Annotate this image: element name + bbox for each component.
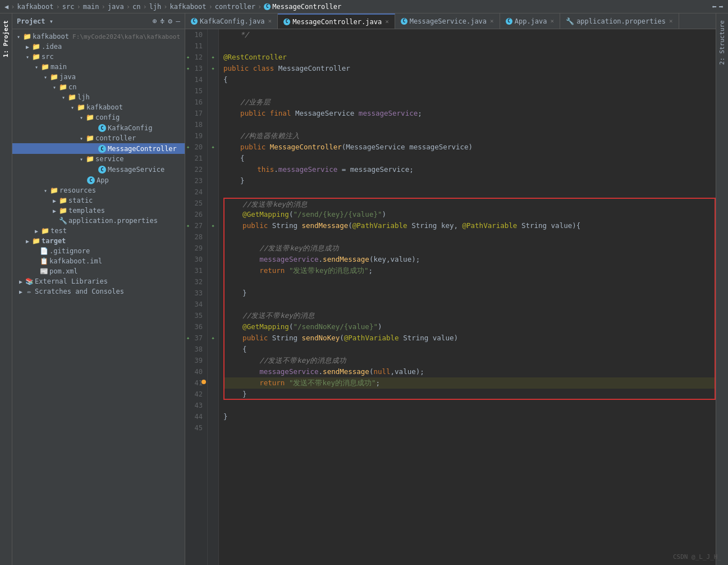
tab-kafkaconfig[interactable]: C KafkaConfig.java ×: [185, 13, 278, 29]
breadcrumb-cn[interactable]: cn: [132, 3, 140, 11]
tab-messageservice[interactable]: C MessageService.java ×: [395, 13, 500, 29]
tab-close-app[interactable]: ×: [551, 17, 555, 25]
folder-icon-test: 📁: [40, 227, 49, 235]
tree-kafkaconfig[interactable]: C KafkaConfig: [12, 122, 185, 133]
gutter-38: [208, 344, 218, 355]
gutter-35: [208, 310, 218, 321]
tree-config[interactable]: ▾ 📁 config: [12, 112, 185, 122]
tree-arrow-test: ▶: [33, 228, 40, 234]
minimize-icon[interactable]: —: [176, 17, 180, 25]
line-35: 35: [185, 310, 207, 321]
tree-external-libraries[interactable]: ▶ 📚 External Libraries: [12, 276, 185, 286]
settings-icon[interactable]: ⚙: [168, 17, 172, 25]
tree-iml[interactable]: 📋 kafkaboot.iml: [12, 256, 185, 266]
tree-ljh[interactable]: ▾ 📁 ljh: [12, 92, 185, 102]
side-panel-1-label[interactable]: 1: Project: [1, 18, 11, 60]
breadcrumb-bar: ◀ › kafkaboot › src › main › java › cn ›…: [0, 0, 728, 13]
tree-pom[interactable]: 📰 pom.xml: [12, 266, 185, 276]
breadcrumb-ljh[interactable]: ljh: [149, 3, 162, 11]
line-26: 26: [185, 209, 207, 220]
root-path: F:\myCode2024\kafka\kafkaboot: [72, 33, 180, 40]
breadcrumb-java[interactable]: java: [108, 3, 124, 11]
sync-icon[interactable]: ⊕: [153, 17, 157, 25]
gutter-16: [208, 97, 218, 108]
line-25: 25: [185, 198, 207, 209]
code-line-44: }: [223, 411, 716, 422]
tree-gitignore[interactable]: 📄 .gitignore: [12, 246, 185, 256]
line-36: 36: [185, 321, 207, 332]
breadcrumb-main[interactable]: main: [83, 3, 99, 11]
code-line-41: return "发送不带key的消息成功";: [223, 377, 716, 389]
breadcrumb-controller[interactable]: controller: [215, 3, 255, 11]
tree-java[interactable]: ▾ 📁 java: [12, 72, 185, 82]
line-19: 19: [185, 130, 207, 142]
tree-idea[interactable]: ▶ 📁 .idea: [12, 42, 185, 52]
code-content[interactable]: */ @RestController public class MessageC…: [219, 29, 716, 565]
tree-src[interactable]: ▾ 📁 src: [12, 52, 185, 62]
tab-close-messageservice[interactable]: ×: [490, 17, 494, 25]
tree-test[interactable]: ▶ 📁 test: [12, 226, 185, 236]
tree-arrow-ljh: ▾: [59, 94, 67, 101]
line-41: 41: [185, 377, 207, 389]
tree-root-kafkaboot[interactable]: ▾ 📁 kafkaboot F:\myCode2024\kafka\kafkab…: [12, 31, 185, 42]
tree-controller[interactable]: ▾ 📁 controller: [12, 133, 185, 143]
folder-icon-main: 📁: [40, 63, 49, 71]
tab-app[interactable]: C App.java ×: [500, 13, 560, 29]
breadcrumb-kafkaboot2[interactable]: kafkaboot: [170, 3, 207, 11]
code-line-22: this.messageService = messageService;: [223, 164, 716, 175]
tree-arrow-templates: ▶: [51, 208, 58, 214]
tab-messagecontroller[interactable]: C MessageController.java ×: [278, 13, 395, 29]
tree-scratches[interactable]: ▶ ✏️ Scratches and Consoles: [12, 286, 185, 297]
tree-static[interactable]: ▶ 📁 static: [12, 195, 185, 206]
nav-forward-arrow[interactable]: ➡: [719, 2, 724, 11]
tree-application-properties[interactable]: 🔧 application.properties: [12, 216, 185, 226]
line-10: 10: [185, 29, 207, 40]
side-panel-2-label[interactable]: 2: Structure: [717, 18, 727, 67]
xml-icon-pom: 📰: [39, 267, 48, 275]
gutter-12: ✦: [208, 52, 218, 63]
code-line-37: public String sendNoKey(@PathVariable St…: [223, 332, 716, 344]
gutter-34: [208, 299, 218, 310]
breadcrumb-kafkaboot[interactable]: kafkaboot: [17, 3, 53, 11]
tab-icon-messagecontroller: C: [283, 19, 290, 25]
folder-icon-root: 📁: [22, 33, 31, 40]
tree-app[interactable]: C App: [12, 175, 185, 185]
tree-arrow-java: ▾: [42, 74, 49, 80]
tree-main[interactable]: ▾ 📁 main: [12, 62, 185, 72]
code-line-33: }: [223, 288, 716, 299]
tree-messageservice[interactable]: C MessageService: [12, 164, 185, 175]
tree-arrow-cn: ▾: [51, 84, 58, 90]
line-21: 21: [185, 153, 207, 164]
tree-target[interactable]: ▶ 📁 target: [12, 236, 185, 246]
tree-label-test: test: [51, 227, 67, 235]
code-line-38: {: [223, 344, 716, 355]
tab-close-kafkaconfig[interactable]: ×: [268, 17, 272, 25]
breadcrumb-nav-back[interactable]: ◀: [4, 3, 8, 11]
code-line-16: //业务层: [223, 97, 716, 108]
tab-applicationproperties[interactable]: 🔧 application.properties ×: [560, 13, 679, 29]
line-20: 20: [185, 142, 207, 153]
nav-back-arrow[interactable]: ⬅: [712, 2, 716, 11]
tree-templates[interactable]: ▶ 📁 templates: [12, 206, 185, 216]
tree-arrow-scratches: ▶: [17, 289, 25, 295]
line-13: 13: [185, 63, 207, 74]
tree-arrow-static: ▶: [51, 198, 58, 204]
tree-resources[interactable]: ▾ 📁 resources: [12, 185, 185, 195]
tab-close-messagecontroller[interactable]: ×: [385, 18, 389, 25]
line-38: 38: [185, 344, 207, 355]
collapse-icon[interactable]: ≑: [161, 17, 165, 25]
tree-service[interactable]: ▾ 📁 service: [12, 154, 185, 164]
folder-icon-resources: 📁: [49, 186, 58, 194]
tree-kafkaboot-inner[interactable]: ▾ 📁 kafkaboot: [12, 102, 185, 112]
tree-messagecontroller[interactable]: C MessageController: [12, 143, 185, 154]
code-line-35: //发送不带key的消息: [223, 310, 716, 321]
tab-close-props[interactable]: ×: [669, 17, 673, 25]
gutter-29: [208, 243, 218, 254]
tree-arrow-config: ▾: [77, 115, 85, 121]
line-37: 37: [185, 332, 207, 344]
code-editor[interactable]: 10 11 12 13 14 15 16 17 18 19 20 21 22 2…: [185, 29, 716, 565]
line-42: 42: [185, 389, 207, 400]
code-line-11: [223, 40, 716, 52]
breadcrumb-src[interactable]: src: [62, 3, 75, 11]
tree-cn[interactable]: ▾ 📁 cn: [12, 82, 185, 92]
